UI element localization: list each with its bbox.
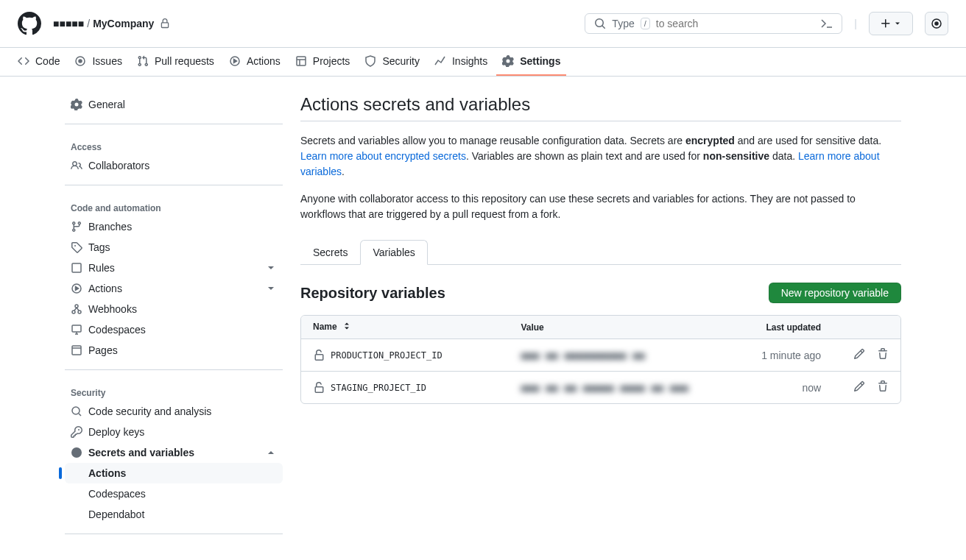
sidebar-branches-label: Branches xyxy=(88,221,132,233)
sidebar-secrets-variables[interactable]: Secrets and variables xyxy=(65,442,283,463)
sidebar-pages[interactable]: Pages xyxy=(65,340,283,361)
search-input[interactable]: Type / xyxy=(585,13,842,34)
sidebar-secrets-actions[interactable]: Actions xyxy=(65,463,283,483)
content-divider xyxy=(300,121,901,121)
col-name-label: Name xyxy=(313,322,337,332)
svg-rect-12 xyxy=(72,346,81,355)
nav-issues-label: Issues xyxy=(92,55,121,67)
nav-insights-label: Insights xyxy=(452,55,487,67)
sidebar-deploy-keys[interactable]: Deploy keys xyxy=(65,422,283,442)
nav-actions[interactable]: Actions xyxy=(223,48,286,76)
variable-value: ■■■ ■■ ■■ ■■■■■ ■■■■ ■■ ■■■ xyxy=(521,382,688,394)
sidebar-tags[interactable]: Tags xyxy=(65,237,283,258)
nav-security[interactable]: Security xyxy=(359,48,426,76)
top-bar-divider: | xyxy=(854,18,857,29)
webhook-icon xyxy=(71,303,82,315)
sidebar-divider xyxy=(65,534,283,534)
nav-settings-label: Settings xyxy=(520,55,560,67)
nav-projects[interactable]: Projects xyxy=(289,48,356,76)
git-pull-request-icon xyxy=(137,55,149,67)
sidebar-secrets-codespaces[interactable]: Codespaces xyxy=(65,483,283,504)
svg-point-3 xyxy=(79,60,82,63)
col-name[interactable]: Name xyxy=(301,316,509,339)
nav-projects-label: Projects xyxy=(313,55,350,67)
tag-icon xyxy=(71,241,82,253)
sidebar-rules[interactable]: Rules xyxy=(65,258,283,278)
nav-pulls[interactable]: Pull requests xyxy=(131,48,220,76)
svg-point-9 xyxy=(78,311,81,313)
svg-point-1 xyxy=(935,22,938,25)
desc-text: and are used for sensitive data. xyxy=(735,135,881,146)
trash-icon[interactable] xyxy=(877,348,889,360)
sidebar-divider xyxy=(65,124,283,124)
unlock-icon xyxy=(313,350,325,361)
table-icon xyxy=(295,55,307,67)
browser-icon xyxy=(71,344,82,356)
variable-updated: now xyxy=(715,372,833,404)
svg-rect-6 xyxy=(72,263,81,272)
table-row: PRODUCTION_PROJECT_ID ■■■ ■■ ■■■■■■■■■■ … xyxy=(301,339,900,372)
tab-secrets[interactable]: Secrets xyxy=(300,240,360,265)
breadcrumb-separator: / xyxy=(87,18,90,29)
breadcrumb: ■■■■■ / MyCompany xyxy=(53,18,579,29)
sidebar-general[interactable]: General xyxy=(65,94,283,115)
breadcrumb-repo[interactable]: MyCompany xyxy=(93,18,154,29)
variable-name: STAGING_PROJECT_ID xyxy=(313,382,497,394)
nav-issues[interactable]: Issues xyxy=(68,48,127,76)
edit-icon[interactable] xyxy=(853,348,865,360)
nav-code[interactable]: Code xyxy=(12,48,66,76)
play-icon xyxy=(71,283,82,294)
nav-pulls-label: Pull requests xyxy=(155,55,214,67)
key-icon xyxy=(71,426,82,438)
rules-icon xyxy=(71,262,82,274)
create-new-button[interactable] xyxy=(869,12,913,35)
sidebar-collaborators[interactable]: Collaborators xyxy=(65,155,283,176)
issues-button[interactable] xyxy=(925,12,948,35)
sidebar-codespaces[interactable]: Codespaces xyxy=(65,319,283,340)
sort-icon xyxy=(342,322,351,333)
svg-point-8 xyxy=(72,311,75,313)
new-variable-button[interactable]: New repository variable xyxy=(769,283,901,303)
graph-icon xyxy=(434,55,446,67)
tabs: Secrets Variables xyxy=(300,240,901,265)
sidebar-branches[interactable]: Branches xyxy=(65,216,283,237)
people-icon xyxy=(71,160,82,171)
sidebar: General Access Collaborators Code and au… xyxy=(65,94,283,543)
sidebar-secrets-actions-label: Actions xyxy=(88,467,126,479)
variable-name: PRODUCTION_PROJECT_ID xyxy=(313,350,497,361)
sidebar-security-title: Security xyxy=(65,382,283,401)
search-field[interactable] xyxy=(656,18,816,29)
gear-icon xyxy=(71,99,82,110)
trash-icon[interactable] xyxy=(877,380,889,392)
sidebar-rules-label: Rules xyxy=(88,262,115,274)
variable-name-text: PRODUCTION_PROJECT_ID xyxy=(331,350,443,361)
nav-settings[interactable]: Settings xyxy=(496,48,566,76)
edit-icon[interactable] xyxy=(853,380,865,392)
plus-icon xyxy=(880,18,892,29)
sidebar-actions[interactable]: Actions xyxy=(65,278,283,299)
sidebar-code-security[interactable]: Code security and analysis xyxy=(65,401,283,422)
sidebar-secrets-codespaces-label: Codespaces xyxy=(88,488,146,500)
tab-variables[interactable]: Variables xyxy=(360,240,427,265)
nav-code-label: Code xyxy=(35,55,60,67)
repo-nav: Code Issues Pull requests Actions Projec… xyxy=(0,48,966,77)
content: Actions secrets and variables Secrets an… xyxy=(300,94,901,543)
breadcrumb-owner[interactable]: ■■■■■ xyxy=(53,18,84,29)
table-row: STAGING_PROJECT_ID ■■■ ■■ ■■ ■■■■■ ■■■■ … xyxy=(301,372,900,404)
svg-rect-5 xyxy=(297,57,306,65)
link-encrypted-secrets[interactable]: Learn more about encrypted secrets xyxy=(300,150,466,162)
github-logo-icon[interactable] xyxy=(18,12,41,35)
play-icon xyxy=(229,55,241,67)
nav-insights[interactable]: Insights xyxy=(429,48,493,76)
desc-text: . Variables are shown as plain text and … xyxy=(466,150,703,162)
nav-security-label: Security xyxy=(382,55,420,67)
sidebar-automation-title: Code and automation xyxy=(65,197,283,216)
unlock-icon xyxy=(313,382,325,394)
section-title: Repository variables xyxy=(300,285,445,302)
sidebar-secrets-dependabot[interactable]: Dependabot xyxy=(65,504,283,525)
sidebar-code-security-label: Code security and analysis xyxy=(88,405,211,417)
command-palette-icon[interactable] xyxy=(821,18,833,29)
sidebar-access-title: Access xyxy=(65,136,283,155)
sidebar-webhooks[interactable]: Webhooks xyxy=(65,299,283,319)
search-icon xyxy=(594,18,606,29)
